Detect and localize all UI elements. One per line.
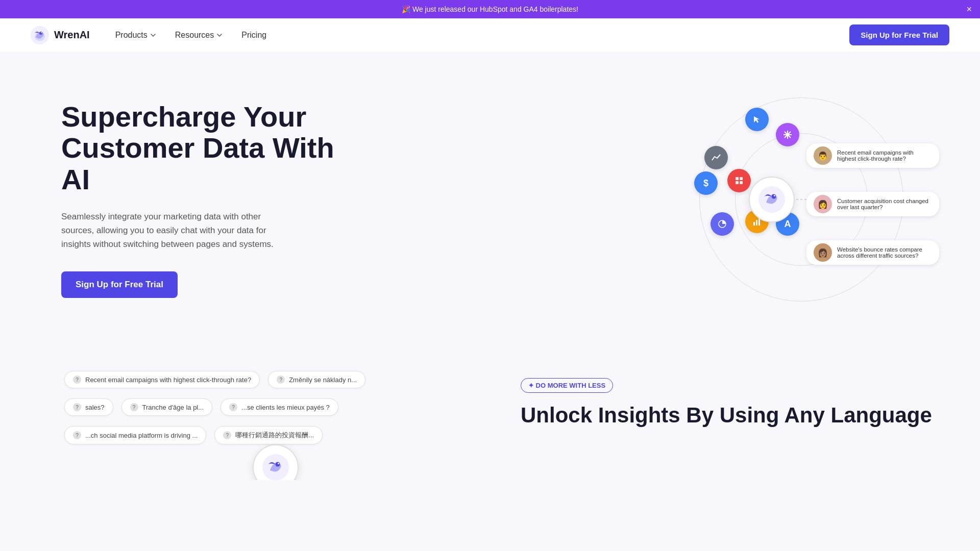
chips-row-2: ? sales? ? Tranche d'âge la pl... ? ...s…	[61, 395, 490, 419]
bottom-section: ? Recent email campaigns with highest cl…	[0, 337, 980, 480]
svg-rect-14	[758, 218, 760, 226]
bottom-left: ? Recent email campaigns with highest cl…	[61, 368, 490, 480]
query-text-3: Website's bounce rates compare across di…	[837, 246, 932, 259]
chip-text-1: Recent email campaigns with highest clic…	[85, 376, 251, 384]
hero-subtitle: Seamlessly integrate your marketing data…	[61, 210, 296, 252]
svg-point-3	[41, 32, 42, 33]
chip-text-4: Tranche d'âge la pl...	[142, 404, 204, 411]
chip-icon-3: ?	[73, 403, 81, 411]
query-bubble-3: 👩🏽 Website's bounce rates compare across…	[806, 240, 939, 265]
svg-rect-12	[753, 222, 755, 226]
hero-center-wren-icon	[749, 177, 795, 222]
section-tag-text: ✦ DO MORE WITH LESS	[528, 382, 605, 389]
query-bubble-2: 👩 Customer acquisition cost changed over…	[806, 192, 939, 216]
svg-rect-15	[736, 177, 739, 180]
integration-icon-chart	[704, 146, 728, 169]
section-tag: ✦ DO MORE WITH LESS	[521, 378, 613, 393]
announcement-close-button[interactable]: ×	[966, 5, 972, 14]
navbar-left: WrenAI Products Resources Pricing	[31, 26, 274, 44]
announcement-bar: 🎉 We just released our HubSpot and GA4 b…	[0, 0, 980, 18]
chip-icon-1: ?	[73, 375, 81, 384]
nav-resources[interactable]: Resources	[168, 27, 230, 44]
svg-point-2	[39, 32, 42, 35]
navbar-cta-button[interactable]: Sign Up for Free Trial	[849, 24, 949, 45]
svg-rect-17	[736, 181, 739, 184]
logo-text: WrenAI	[54, 29, 90, 41]
avatar-2: 👩	[814, 195, 832, 213]
nav-resources-label: Resources	[175, 31, 214, 40]
nav-pricing-label: Pricing	[241, 31, 266, 40]
svg-point-22	[276, 462, 280, 467]
query-text-2: Customer acquisition cost changed over l…	[837, 198, 932, 210]
integration-icon-puzzle	[727, 169, 751, 192]
chip-text-3: sales?	[85, 404, 105, 411]
chip-text-7: 哪種行銷通路的投資報酬...	[235, 431, 314, 440]
nav-links: Products Resources Pricing	[108, 27, 274, 44]
nav-pricing[interactable]: Pricing	[234, 27, 274, 44]
chip-3: ? sales?	[64, 398, 113, 416]
svg-rect-18	[740, 181, 743, 184]
query-text-1: Recent email campaigns with highest clic…	[837, 149, 932, 162]
announcement-text: 🎉 We just released our HubSpot and GA4 b…	[402, 5, 578, 13]
chip-icon-4: ?	[130, 403, 138, 411]
integration-icon-pie	[710, 212, 734, 236]
chip-1: ? Recent email campaigns with highest cl…	[64, 371, 260, 388]
logo-icon	[31, 26, 49, 44]
chip-icon-6: ?	[73, 431, 81, 439]
nav-products-label: Products	[115, 31, 148, 40]
hero-illustration: $ A	[653, 92, 949, 307]
chip-4: ? Tranche d'âge la pl...	[121, 398, 213, 416]
chip-text-5: ...se clients les mieux payés ?	[241, 404, 330, 411]
section-title: Unlock Insights By Using Any Language	[521, 403, 949, 428]
integration-icon-arrow	[745, 108, 769, 131]
hero-section: Supercharge Your Customer Data With AI S…	[0, 52, 980, 337]
bottom-right: ✦ DO MORE WITH LESS Unlock Insights By U…	[521, 368, 949, 428]
chip-icon-5: ?	[229, 403, 237, 411]
hero-title: Supercharge Your Customer Data With AI	[61, 101, 347, 195]
navbar: WrenAI Products Resources Pricing Sign U…	[0, 18, 980, 52]
svg-point-6	[774, 195, 775, 196]
integration-icon-snowflake	[776, 123, 799, 146]
svg-rect-13	[756, 220, 757, 226]
chip-icon-7: ?	[223, 431, 231, 439]
chip-7: ? 哪種行銷通路的投資報酬...	[214, 426, 323, 444]
svg-rect-16	[740, 177, 743, 180]
chip-6: ? ...ch social media platform is driving…	[64, 426, 206, 444]
avatar-3: 👩🏽	[814, 243, 832, 262]
chips-row-3: ? ...ch social media platform is driving…	[61, 423, 490, 447]
chip-text-2: Změnily se náklady n...	[289, 376, 357, 384]
logo-link[interactable]: WrenAI	[31, 26, 90, 44]
svg-point-23	[278, 463, 279, 464]
chip-icon-2: ?	[277, 375, 285, 384]
bottom-wren-circle	[253, 444, 299, 480]
chevron-down-icon-2	[216, 32, 223, 39]
chip-5: ? ...se clients les mieux payés ?	[220, 398, 338, 416]
chips-row-1: ? Recent email campaigns with highest cl…	[61, 368, 490, 391]
chevron-down-icon	[150, 32, 157, 39]
integration-icon-dollar: $	[694, 171, 718, 195]
nav-products[interactable]: Products	[108, 27, 164, 44]
svg-point-5	[772, 194, 776, 199]
chip-text-6: ...ch social media platform is driving .…	[85, 432, 198, 439]
avatar-1: 👨	[814, 146, 832, 165]
chip-2: ? Změnily se náklady n...	[268, 371, 365, 388]
query-bubble-1: 👨 Recent email campaigns with highest cl…	[806, 143, 939, 168]
hero-cta-button[interactable]: Sign Up for Free Trial	[61, 271, 178, 298]
hero-left: Supercharge Your Customer Data With AI S…	[61, 101, 347, 298]
